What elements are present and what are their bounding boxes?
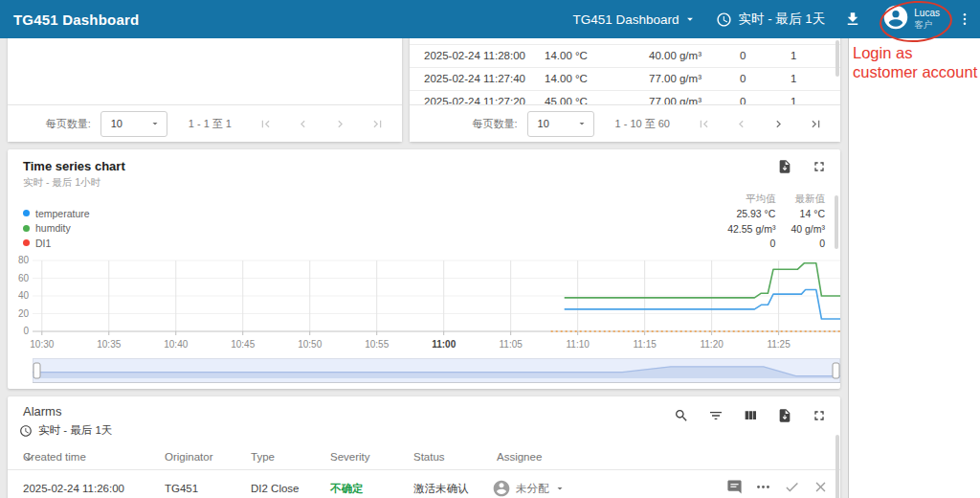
- user-role: 客户: [914, 19, 940, 30]
- stat-avg: 42.55 g/m³: [727, 223, 775, 235]
- cell-time: 2025-02-24 11:28:00: [424, 44, 525, 67]
- pagination-nav: [258, 117, 385, 131]
- stats-header-latest: 最新值: [795, 192, 826, 206]
- search-icon[interactable]: [674, 408, 689, 423]
- y-tick-label: 20: [8, 308, 29, 319]
- alarm-severity: 不确定: [330, 477, 364, 498]
- scrollbar-thumb[interactable]: [835, 40, 839, 77]
- cell-time: 2025-02-24 11:27:40: [424, 67, 525, 90]
- user-menu[interactable]: Lucas 客户: [882, 4, 940, 34]
- x-tick-label: 11:20: [689, 339, 735, 350]
- comment-icon[interactable]: [726, 479, 743, 495]
- right-table-widget: 2025-02-24 11:28:00 14.00 °C 40.00 g/m³ …: [410, 25, 840, 142]
- acknowledge-check-icon[interactable]: [784, 479, 800, 495]
- timeseries-plot-svg: [33, 257, 840, 337]
- legend-item-di1[interactable]: DI1: [23, 236, 90, 251]
- stat-latest: 40 g/m³: [791, 223, 825, 235]
- x-tick-label: 10:55: [354, 339, 400, 350]
- next-page-icon[interactable]: [333, 117, 347, 131]
- x-tick-label: 11:15: [622, 339, 668, 350]
- column-type[interactable]: Type: [251, 446, 275, 467]
- alarm-assignee-select[interactable]: 未分配: [492, 477, 566, 498]
- x-tick-label: 11:00: [421, 339, 467, 350]
- cell-humidity: 40.00 g/m³: [649, 44, 702, 67]
- user-name: Lucas: [914, 8, 940, 19]
- export-icon[interactable]: [777, 408, 792, 423]
- alarm-status: 激活未确认: [413, 477, 469, 498]
- annotation-pane: Login as customer account: [849, 38, 980, 498]
- x-tick-label: 10:50: [287, 339, 333, 350]
- widget-actions: [777, 159, 827, 174]
- clear-close-icon[interactable]: [813, 479, 829, 495]
- legend-dot: [23, 239, 30, 246]
- column-created-time[interactable]: Created time: [23, 446, 34, 467]
- clock-icon: [19, 424, 33, 438]
- export-icon[interactable]: [777, 159, 792, 174]
- alarm-row[interactable]: 2025-02-24 11:26:00 TG451 DI2 Close 不确定 …: [8, 477, 840, 498]
- page-size-label: 每页数量:: [472, 117, 517, 131]
- legend-label: DI1: [35, 238, 51, 249]
- next-page-icon[interactable]: [771, 117, 786, 131]
- column-severity[interactable]: Severity: [330, 446, 370, 467]
- last-page-icon[interactable]: [370, 117, 385, 131]
- page-size-select[interactable]: 10: [527, 111, 594, 137]
- column-assignee[interactable]: Assignee: [497, 446, 542, 467]
- more-menu-icon[interactable]: [957, 11, 972, 27]
- app-window: TG451 Dashboard TG451 Dashboard 实时 - 最后 …: [0, 0, 980, 498]
- scrollbar-thumb[interactable]: [835, 435, 839, 498]
- x-tick-label: 10:35: [86, 339, 132, 350]
- chevron-down-icon: [554, 483, 566, 494]
- cell-humidity: 77.00 g/m³: [649, 67, 702, 90]
- page-size-select[interactable]: 10: [100, 111, 167, 137]
- last-page-icon[interactable]: [809, 117, 823, 131]
- legend-dot: [23, 210, 30, 216]
- fullscreen-icon[interactable]: [812, 159, 827, 174]
- more-actions-icon[interactable]: [755, 479, 771, 495]
- x-tick-label: 10:40: [153, 339, 199, 350]
- legend-item-temperature[interactable]: temperature: [23, 206, 90, 221]
- page-range-label: 1 - 1 至 1: [189, 117, 232, 131]
- alarms-timewindow-button[interactable]: 实时 - 最后 1天: [19, 423, 112, 438]
- table-row[interactable]: 2025-02-24 11:27:40 14.00 °C 77.00 g/m³ …: [410, 67, 840, 91]
- table-row[interactable]: 2025-02-24 11:28:00 14.00 °C 40.00 g/m³ …: [410, 44, 840, 68]
- assignee-label: 未分配: [516, 477, 549, 498]
- x-axis-labels: 10:3010:3510:4010:4510:5010:5511:0011:05…: [33, 339, 840, 351]
- stat-latest: 0: [819, 238, 825, 249]
- cell-di1: 0: [740, 44, 746, 67]
- fullscreen-icon[interactable]: [812, 408, 827, 423]
- download-icon[interactable]: [844, 11, 861, 28]
- columns-icon[interactable]: [743, 408, 758, 423]
- scrollbar-thumb[interactable]: [835, 195, 838, 249]
- prev-page-icon[interactable]: [734, 117, 748, 131]
- page-size-value: 10: [111, 118, 122, 129]
- column-originator[interactable]: Originator: [165, 446, 213, 467]
- dashboard-select[interactable]: TG451 Dashboard: [572, 12, 696, 27]
- timeseries-plot[interactable]: [33, 257, 840, 341]
- user-info: Lucas 客户: [914, 8, 940, 30]
- alarm-created-time: 2025-02-24 11:26:00: [23, 477, 124, 498]
- alarm-originator: TG451: [165, 477, 198, 498]
- page-size-label: 每页数量:: [46, 117, 91, 131]
- x-tick-label: 11:05: [488, 339, 534, 350]
- widget-timewindow[interactable]: 实时 - 最后 1小时: [23, 176, 100, 190]
- divider: [8, 469, 840, 470]
- chart-legend: temperature humdity DI1: [23, 206, 90, 251]
- cell-temperature: 14.00 °C: [545, 44, 588, 67]
- legend-stats: 平均值 最新值 25.93 °C 14 °C 42.55 g/m³ 40 g/m…: [727, 192, 825, 251]
- filter-icon[interactable]: [708, 408, 724, 423]
- widget-title: Alarms: [23, 404, 61, 419]
- chart-range-brush[interactable]: [33, 358, 840, 383]
- alarms-table-header: Created time Originator Type Severity St…: [8, 446, 840, 467]
- alarms-widget: Alarms 实时 - 最后 1天 Created time Originato…: [8, 396, 840, 498]
- legend-dot: [23, 225, 30, 232]
- column-label: Created time: [23, 446, 86, 467]
- annotation-text: Login as customer account: [853, 43, 980, 81]
- column-status[interactable]: Status: [413, 446, 445, 467]
- first-page-icon[interactable]: [697, 117, 711, 131]
- timewindow-button[interactable]: 实时 - 最后 1天: [716, 11, 826, 28]
- first-page-icon[interactable]: [258, 117, 273, 131]
- prev-page-icon[interactable]: [296, 117, 310, 131]
- legend-item-humdity[interactable]: humdity: [23, 221, 90, 237]
- annotation-line1: Login as: [853, 43, 980, 62]
- chevron-down-icon: [149, 118, 161, 129]
